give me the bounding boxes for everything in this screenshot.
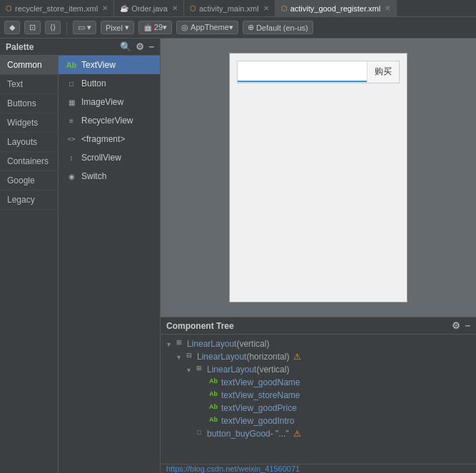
- device-label: Pixel: [106, 24, 123, 32]
- java-icon-1: ☕: [120, 4, 128, 12]
- button-icon: □: [66, 78, 77, 89]
- tree-arrow-1: ▾: [173, 353, 183, 361]
- tree-item-tv-goodname[interactable]: Ab textView_goodName: [161, 376, 476, 389]
- warning-icon-1: ⚠: [293, 352, 301, 362]
- phone-content: 购买: [237, 61, 400, 83]
- tab-label-0: recycler_store_item.xml: [15, 4, 98, 13]
- tree-gear-icon[interactable]: ⚙: [452, 320, 460, 331]
- api-label: 29▾: [154, 23, 167, 32]
- category-google[interactable]: Google: [0, 171, 58, 190]
- tree-label-6: textView_goodIntro: [221, 416, 295, 426]
- tree-arrow-2: ▾: [183, 366, 193, 374]
- orient-arrow: ▾: [87, 23, 91, 32]
- tab-label-1: Order.java: [131, 4, 168, 13]
- tree-icon-ll-2: ⊞: [193, 365, 205, 375]
- palette-item-fragment[interactable]: <> <fragment>: [59, 130, 160, 148]
- palette-item-recyclerview[interactable]: ≡ RecyclerView: [59, 111, 160, 130]
- palette-header-icons: 🔍 ⚙ −: [120, 41, 154, 52]
- phone-input-field[interactable]: [238, 61, 367, 82]
- device-btn[interactable]: Pixel ▾: [101, 21, 134, 34]
- tree-label-7: button_buyGood- "...": [207, 429, 289, 439]
- api-btn[interactable]: 🤖 29▾: [138, 21, 172, 34]
- tab-close-2[interactable]: ✕: [263, 4, 269, 12]
- tab-close-0[interactable]: ✕: [102, 4, 108, 12]
- tree-label-1: LinearLayout(horizontal): [197, 352, 289, 362]
- tree-item-btn-buygood[interactable]: □ button_buyGood- "..." ⚠: [161, 427, 476, 440]
- gear-icon[interactable]: ⚙: [136, 41, 144, 52]
- component-tree-title: Component Tree: [166, 321, 452, 331]
- tree-arrow-0: ▾: [163, 340, 173, 348]
- palette-item-switch[interactable]: ◉ Switch: [59, 167, 160, 185]
- tab-close-1[interactable]: ✕: [172, 4, 178, 12]
- tab-activity-good-register[interactable]: ⬡ activity_good_register.xml ✕: [275, 0, 397, 16]
- tree-minus-icon[interactable]: −: [465, 320, 470, 331]
- status-bar: https://blog.csdn.net/weixin_41560071: [161, 464, 476, 473]
- imageview-icon: ▦: [66, 96, 77, 108]
- design-toggle-btn[interactable]: ◆: [4, 21, 20, 34]
- phone-preview: 购买: [229, 53, 407, 302]
- palette-item-textview[interactable]: Ab TextView: [59, 56, 160, 74]
- tab-label-3: activity_good_register.xml: [290, 4, 381, 13]
- design-icon: ◆: [9, 23, 15, 32]
- tree-icon-tv-1: Ab: [208, 390, 219, 400]
- tree-icon-btn: □: [193, 429, 205, 439]
- theme-btn[interactable]: ◎ AppTheme▾: [176, 21, 238, 34]
- tree-icon-ll-1: ⊟: [183, 352, 195, 362]
- category-text[interactable]: Text: [0, 75, 58, 94]
- category-common[interactable]: Common: [0, 56, 58, 75]
- orient-icon: ▭: [78, 23, 85, 32]
- palette-item-imageview[interactable]: ▦ ImageView: [59, 93, 160, 111]
- buy-button[interactable]: 购买: [367, 61, 399, 82]
- category-buttons[interactable]: Buttons: [0, 94, 58, 113]
- tree-item-tv-storename[interactable]: Ab textView_storeName: [161, 389, 476, 402]
- tree-label-2: LinearLayout(vertical): [207, 365, 289, 375]
- tree-label-0: LinearLayout(vertical): [187, 339, 269, 349]
- minus-icon[interactable]: −: [148, 41, 154, 52]
- locale-label: Default (en-us): [256, 24, 308, 32]
- tab-bar: ⬡ recycler_store_item.xml ✕ ☕ Order.java…: [0, 0, 476, 17]
- android-icon: 🤖: [143, 24, 152, 31]
- device-arrow: ▾: [125, 23, 129, 32]
- recyclerview-icon: ≡: [66, 115, 77, 126]
- tab-close-3[interactable]: ✕: [385, 4, 390, 12]
- tree-content: ▾ ⊞ LinearLayout(vertical) ▾ ⊟ LinearLay…: [161, 335, 476, 443]
- code-icon: ⟨⟩: [50, 23, 56, 32]
- tree-item-ll-vertical-root[interactable]: ▾ ⊞ LinearLayout(vertical): [161, 337, 476, 350]
- category-layouts[interactable]: Layouts: [0, 133, 58, 152]
- tree-item-ll-horizontal[interactable]: ▾ ⊟ LinearLayout(horizontal) ⚠: [161, 350, 476, 363]
- locale-btn[interactable]: ⊕ Default (en-us): [243, 21, 313, 34]
- locale-icon: ⊕: [248, 23, 254, 32]
- tree-label-5: textView_goodPrice: [221, 403, 297, 413]
- tree-item-ll-vertical-child[interactable]: ▾ ⊞ LinearLayout(vertical): [161, 363, 476, 376]
- tree-label-3: textView_goodName: [221, 377, 300, 387]
- category-widgets[interactable]: Widgets: [0, 113, 58, 133]
- component-tree-panel: Component Tree ⚙ − ▾ ⊞ LinearLayout(vert…: [161, 317, 476, 464]
- toolbar: ◆ ⊡ ⟨⟩ ▭ ▾ Pixel ▾ 🤖 29▾ ◎ AppTheme▾ ⊕ D…: [0, 17, 476, 39]
- split-view-btn[interactable]: ⊡: [24, 21, 41, 34]
- tree-icon-tv-2: Ab: [208, 403, 219, 413]
- textview-icon: Ab: [66, 59, 77, 71]
- category-legacy[interactable]: Legacy: [0, 190, 58, 210]
- palette-panel: Palette 🔍 ⚙ − Common Text Buttons Widget…: [0, 39, 161, 473]
- palette-items: Ab TextView □ Button ▦ ImageView ≡ Recyc…: [59, 56, 160, 473]
- palette-body: Common Text Buttons Widgets Layouts Cont…: [0, 56, 160, 473]
- palette-item-button[interactable]: □ Button: [59, 74, 160, 93]
- warning-icon-7: ⚠: [293, 429, 301, 439]
- status-url: https://blog.csdn.net/weixin_41560071: [166, 464, 300, 473]
- content-area: 购买 Component Tree ⚙ − ▾ ⊞ LinearLayout(: [161, 39, 476, 473]
- palette-title: Palette: [6, 42, 117, 52]
- tab-recycler-store[interactable]: ⬡ recycler_store_item.xml ✕: [0, 0, 114, 16]
- tree-icon-tv-0: Ab: [208, 377, 219, 387]
- tree-label-4: textView_storeName: [221, 390, 300, 400]
- tree-item-tv-goodintro[interactable]: Ab textView_goodIntro: [161, 414, 476, 427]
- tab-activity-main[interactable]: ⬡ activity_main.xml ✕: [184, 0, 275, 16]
- xml-icon-2: ⬡: [190, 4, 196, 12]
- tab-order-java[interactable]: ☕ Order.java ✕: [114, 0, 184, 16]
- tab-label-2: activity_main.xml: [199, 4, 259, 13]
- palette-item-scrollview[interactable]: ↕ ScrollView: [59, 148, 160, 167]
- category-containers[interactable]: Containers: [0, 152, 58, 171]
- orientation-btn[interactable]: ▭ ▾: [73, 21, 96, 34]
- tree-item-tv-goodprice[interactable]: Ab textView_goodPrice: [161, 402, 476, 414]
- search-icon[interactable]: 🔍: [120, 41, 131, 52]
- code-view-btn[interactable]: ⟨⟩: [45, 21, 61, 34]
